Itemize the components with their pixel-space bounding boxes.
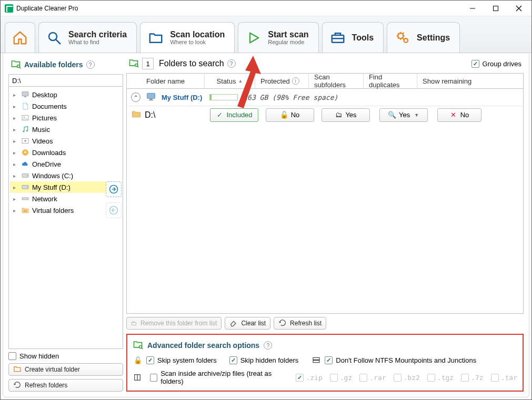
folder-toolbar: 🗀 Remove this folder from list Clear lis… xyxy=(126,314,524,334)
maximize-button[interactable] xyxy=(484,1,507,16)
clear-list-button[interactable]: Clear list xyxy=(225,317,270,330)
add-folder-button[interactable] xyxy=(106,181,122,197)
tree-item-desktop[interactable]: ▸Desktop xyxy=(10,89,122,100)
tree-item-label: Desktop xyxy=(32,91,57,99)
tree-item-windows-c-[interactable]: ▸Windows (C:) xyxy=(10,170,122,181)
tree-item-videos[interactable]: ▸Videos xyxy=(10,135,122,147)
caret-icon: ▸ xyxy=(13,196,18,202)
folder-tree[interactable]: ▸Desktop▸Documents▸Pictures▸Music▸Videos… xyxy=(8,87,123,349)
checkbox-icon xyxy=(427,374,435,382)
col-protected[interactable]: Protected i xyxy=(255,74,309,88)
checkbox-icon xyxy=(491,374,499,382)
tree-item-label: Pictures xyxy=(32,114,57,122)
tree-item-music[interactable]: ▸Music xyxy=(10,124,122,135)
tab-search-criteria[interactable]: Search criteria What to find xyxy=(38,22,137,53)
svg-line-30 xyxy=(137,66,138,67)
tree-item-label: Music xyxy=(32,126,50,134)
caret-icon: ▸ xyxy=(13,161,18,167)
folder-entry-row[interactable]: D:\ ✓Included 🔓No 🗂Yes 🔍Yes▼ ✕No xyxy=(127,106,523,124)
pic-icon xyxy=(21,114,30,122)
folders-to-search-header: 1 Folders to search ? Group drives xyxy=(126,57,524,70)
status-pill[interactable]: ✓Included xyxy=(210,108,258,122)
ext-zip[interactable]: .zip xyxy=(296,374,322,382)
checkbox-icon xyxy=(471,60,479,68)
chevron-down-icon: ▼ xyxy=(414,112,419,118)
ext-rar[interactable]: .rar xyxy=(359,374,386,382)
download-icon xyxy=(21,148,30,157)
remaining-pill[interactable]: ✕No xyxy=(437,108,481,122)
col-folder[interactable]: Folder name xyxy=(127,74,205,88)
ext-gz[interactable]: .gz xyxy=(330,374,352,382)
tab-start-scan[interactable]: Start scan Regular mode xyxy=(238,22,318,53)
button-label: Remove this folder from list xyxy=(140,320,217,327)
info-icon[interactable]: i xyxy=(292,77,299,85)
minimize-button[interactable] xyxy=(461,1,484,16)
tab-scan-location[interactable]: Scan location Where to look xyxy=(140,22,235,53)
drive-group-row[interactable]: ⌃ My Stuff (D:) 163 GB (98% Free space) xyxy=(127,89,523,106)
tree-item-downloads[interactable]: ▸Downloads xyxy=(10,147,122,158)
subfolders-pill[interactable]: 🗂Yes xyxy=(322,108,370,122)
sort-up-icon: ▲ xyxy=(238,78,243,84)
checkbox-icon xyxy=(325,356,333,364)
tree-item-documents[interactable]: ▸Documents xyxy=(10,100,122,112)
button-label: Refresh list xyxy=(290,320,322,327)
tree-item-my-stuff-d-[interactable]: ▸My Stuff (D:) xyxy=(10,181,122,193)
app-icon xyxy=(5,4,13,13)
ext-7z[interactable]: .7z xyxy=(461,374,483,382)
ext-label: .7z xyxy=(471,374,483,382)
disk-icon xyxy=(21,183,30,191)
skip-hidden-checkbox[interactable]: Skip hidden folders xyxy=(229,356,299,364)
collapse-icon[interactable]: ⌃ xyxy=(131,93,140,102)
create-virtual-folder-button[interactable]: Create virtual folder xyxy=(8,363,123,376)
svg-point-15 xyxy=(24,116,25,118)
checkbox-icon xyxy=(146,356,154,364)
junction-icon xyxy=(311,356,322,364)
refresh-folders-button[interactable]: Refresh folders xyxy=(8,379,123,392)
panel-title: Folders to search xyxy=(159,59,224,68)
svg-point-29 xyxy=(135,64,138,67)
magnifier-icon xyxy=(45,29,63,47)
find-pill[interactable]: 🔍Yes▼ xyxy=(379,108,428,122)
show-hidden-checkbox[interactable]: Show hidden xyxy=(8,352,123,360)
col-subfolders[interactable]: Scan subfolders xyxy=(309,74,364,88)
tree-item-virtual-folders[interactable]: ▸Virtual folders xyxy=(10,204,122,216)
tree-item-network[interactable]: ▸Network xyxy=(10,193,122,204)
tree-item-onedrive[interactable]: ▸OneDrive xyxy=(10,158,122,170)
caret-icon: ▸ xyxy=(13,138,18,144)
remove-this-folder-button[interactable]: 🗀 Remove this folder from list xyxy=(126,317,222,330)
titlebar: Duplicate Cleaner Pro xyxy=(1,1,531,16)
caret-icon: ▸ xyxy=(13,208,18,213)
ext-tar[interactable]: .tar xyxy=(491,374,517,382)
col-status[interactable]: Status ▲ xyxy=(205,74,255,88)
vfolder-icon xyxy=(21,206,30,214)
col-find[interactable]: Find duplicates xyxy=(364,74,417,88)
svg-point-16 xyxy=(23,130,24,132)
video-icon xyxy=(21,137,30,145)
tree-item-pictures[interactable]: ▸Pictures xyxy=(10,112,122,124)
refresh-list-button[interactable]: Refresh list xyxy=(274,317,326,330)
tab-settings[interactable]: Settings xyxy=(387,22,460,53)
ext-tgz[interactable]: .tgz xyxy=(427,374,454,382)
help-icon[interactable]: ? xyxy=(264,341,272,350)
path-input[interactable]: D:\ xyxy=(8,74,123,87)
help-icon[interactable]: ? xyxy=(86,60,95,69)
skip-system-checkbox[interactable]: Skip system folders xyxy=(146,356,217,364)
tab-home[interactable] xyxy=(5,22,35,53)
help-icon[interactable]: ? xyxy=(227,59,236,68)
tab-tools[interactable]: Tools xyxy=(322,22,384,53)
group-drives-checkbox[interactable]: Group drives xyxy=(471,60,521,68)
col-remaining[interactable]: Show remaining xyxy=(417,74,523,88)
scan-archives-checkbox[interactable]: Scan inside archive/zip files (treat as … xyxy=(150,370,289,385)
tree-item-label: Network xyxy=(32,195,57,203)
advanced-options-panel: Advanced folder search options ? 🔓 Skip … xyxy=(126,334,524,392)
remove-folder-button[interactable] xyxy=(106,202,122,218)
close-button[interactable] xyxy=(507,1,530,16)
folder-search-icon xyxy=(11,58,21,71)
ext-bz2[interactable]: .bz2 xyxy=(394,374,420,382)
ntfs-checkbox[interactable]: Don't Follow NTFS Mountpoints and Juncti… xyxy=(325,356,476,364)
folder-icon xyxy=(147,29,165,47)
cloud-icon xyxy=(21,160,30,168)
ext-label: .gz xyxy=(340,374,352,382)
tab-label: Start scan xyxy=(268,30,308,39)
protected-pill[interactable]: 🔓No xyxy=(266,108,314,122)
